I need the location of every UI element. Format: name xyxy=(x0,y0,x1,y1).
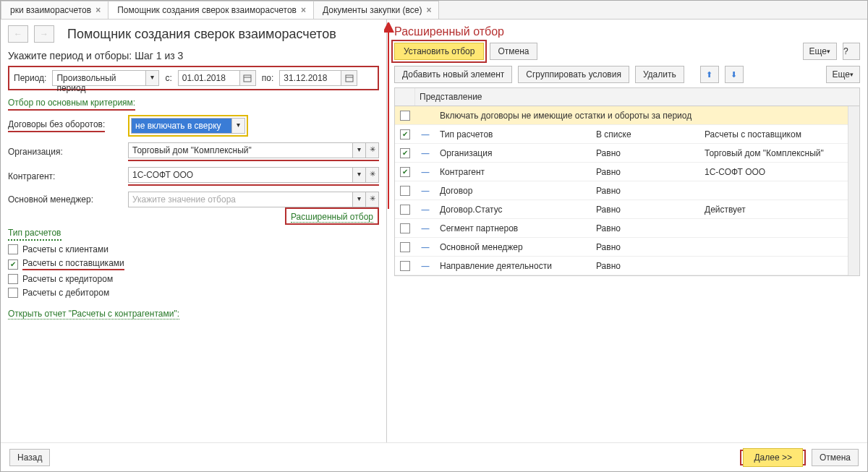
type-clients-row[interactable]: Расчеты с клиентами xyxy=(8,244,379,254)
chevron-down-icon[interactable]: ▾ xyxy=(353,167,366,183)
filter-item-icon xyxy=(422,205,430,215)
checkbox[interactable] xyxy=(400,167,410,177)
cancel-button[interactable]: Отмена xyxy=(812,449,859,466)
filter-cond: Равно xyxy=(592,182,700,199)
calendar-icon[interactable] xyxy=(341,70,357,86)
add-element-button[interactable]: Добавить новый элемент xyxy=(394,66,512,83)
type-creditor-row[interactable]: Расчеты с кредитором xyxy=(8,274,379,284)
open-icon[interactable]: ✳ xyxy=(366,192,379,207)
counterparty-row: Контрагент: 1С-СОФТ ООО ▾ ✳ xyxy=(8,167,379,186)
nav-forward-button[interactable]: → xyxy=(34,25,54,43)
organization-row: Организация: Торговый дом "Комплексный" … xyxy=(8,142,379,161)
filter-row[interactable]: Контрагент Равно 1С-СОФТ ООО xyxy=(395,163,848,181)
filter-cond: В списке xyxy=(592,126,700,143)
checkbox[interactable] xyxy=(8,259,18,270)
checkbox[interactable] xyxy=(400,186,410,196)
period-type-input[interactable]: Произвольный период xyxy=(52,70,146,86)
filter-row[interactable]: Основной менеджер Равно xyxy=(395,238,848,257)
filter-row[interactable]: Договор.Статус Равно Действует xyxy=(395,200,848,219)
help-button[interactable]: ? xyxy=(843,43,860,60)
calendar-icon[interactable] xyxy=(240,70,256,86)
grid-header-cell[interactable]: Представление xyxy=(415,88,859,106)
more-button[interactable]: Еще ▾ xyxy=(803,43,837,60)
checkbox[interactable] xyxy=(400,261,410,271)
contracts-no-turnover-row: Договоры без оборотов: не включать в све… xyxy=(8,115,379,137)
checkbox[interactable] xyxy=(400,223,410,233)
open-icon[interactable]: ✳ xyxy=(366,142,379,158)
date-to-input[interactable]: 31.12.2018 xyxy=(279,70,341,86)
period-type-select[interactable]: Произвольный период ▾ xyxy=(52,70,159,86)
period-label: Период: xyxy=(12,73,48,83)
tab-reconciliations[interactable]: рки взаиморасчетов × xyxy=(1,1,109,19)
grid-row-text: Включать договоры не имеющие остатки и о… xyxy=(435,107,848,124)
contracts-no-turnover-select[interactable]: не включать в сверку xyxy=(131,118,232,134)
open-report-link[interactable]: Открыть отчет "Расчеты с контрагентами": xyxy=(8,309,179,319)
svg-rect-0 xyxy=(244,75,251,82)
filter-row[interactable]: Направление деятельности Равно xyxy=(395,257,848,275)
page-title: Помощник создания сверок взаиморасчетов xyxy=(67,27,336,42)
cancel-filter-button[interactable]: Отмена xyxy=(490,43,537,60)
close-icon[interactable]: × xyxy=(95,5,101,15)
chevron-down-icon[interactable]: ▾ xyxy=(232,118,245,134)
counterparty-input[interactable]: 1С-СОФТ ООО xyxy=(128,167,353,183)
filter-val: 1С-СОФТ ООО xyxy=(700,163,848,181)
back-button[interactable]: Назад xyxy=(9,449,50,466)
filter-row[interactable]: Тип расчетов В списке Расчеты с поставщи… xyxy=(395,125,848,144)
date-from-input[interactable]: 01.01.2018 xyxy=(178,70,240,86)
checkbox[interactable] xyxy=(400,242,410,252)
checkbox[interactable] xyxy=(400,129,410,140)
chevron-down-icon[interactable]: ▾ xyxy=(353,192,366,207)
filter-item-icon xyxy=(422,148,430,158)
next-button[interactable]: Далее >> xyxy=(743,448,803,467)
advanced-filter-title: Расширенный отбор xyxy=(394,25,860,38)
chevron-down-icon: ▾ xyxy=(827,48,830,55)
filter-val xyxy=(700,244,848,251)
filter-row[interactable]: Организация Равно Торговый дом "Комплекс… xyxy=(395,144,848,163)
date-to-wrap[interactable]: 31.12.2018 xyxy=(279,70,357,86)
manager-input[interactable]: Укажите значение отбора xyxy=(128,192,353,207)
organization-input[interactable]: Торговый дом "Комплексный" xyxy=(128,142,353,158)
manager-row: Основной менеджер: Укажите значение отбо… xyxy=(8,192,379,207)
move-up-button[interactable] xyxy=(700,66,719,83)
date-from-wrap[interactable]: 01.01.2018 xyxy=(178,70,256,86)
filter-row[interactable]: Сегмент партнеров Равно xyxy=(395,219,848,238)
grid-header-row[interactable]: Включать договоры не имеющие остатки и о… xyxy=(395,106,848,125)
filter-cond: Равно xyxy=(592,201,700,218)
filter-val: Торговый дом "Комплексный" xyxy=(700,145,848,162)
tab-assistant[interactable]: Помощник создания сверок взаиморасчетов … xyxy=(108,1,314,19)
type-debtor-row[interactable]: Расчеты с дебитором xyxy=(8,288,379,298)
checkbox[interactable] xyxy=(400,111,410,121)
apply-filter-button[interactable]: Установить отбор xyxy=(394,43,484,60)
checkbox[interactable] xyxy=(400,148,410,158)
chevron-down-icon[interactable]: ▾ xyxy=(146,70,159,86)
checkbox[interactable] xyxy=(8,288,18,298)
criteria-header: Отбор по основным критериям: xyxy=(8,98,379,111)
filter-row[interactable]: Договор Равно xyxy=(395,181,848,200)
filter-val: Действует xyxy=(700,201,848,218)
close-icon[interactable]: × xyxy=(426,5,431,15)
delete-button[interactable]: Удалить xyxy=(635,66,684,83)
tabs-bar: рки взаиморасчетов × Помощник создания с… xyxy=(1,1,867,20)
filter-val xyxy=(700,225,848,232)
counterparty-label: Контрагент: xyxy=(8,171,124,181)
close-icon[interactable]: × xyxy=(301,5,306,15)
more-button[interactable]: Еще ▾ xyxy=(826,66,860,83)
advanced-filter-link[interactable]: Расширенный отбор xyxy=(291,212,373,223)
chevron-down-icon[interactable]: ▾ xyxy=(353,142,366,158)
group-conditions-button[interactable]: Сгруппировать условия xyxy=(518,66,629,83)
checkbox[interactable] xyxy=(8,274,18,284)
type-label: Расчеты с поставщиками xyxy=(22,258,124,270)
tab-purchases[interactable]: Документы закупки (все) × xyxy=(313,1,439,19)
checkbox[interactable] xyxy=(400,205,410,215)
nav-back-button[interactable]: ← xyxy=(8,25,28,43)
checkbox[interactable] xyxy=(8,244,18,254)
organization-label: Организация: xyxy=(8,147,124,157)
filter-item-icon xyxy=(422,261,430,271)
filter-item-icon xyxy=(422,167,430,177)
move-down-button[interactable] xyxy=(725,66,744,83)
type-suppliers-row[interactable]: Расчеты с поставщиками xyxy=(8,258,379,270)
wizard-bottom-bar: Назад Далее >> Отмена xyxy=(1,442,867,471)
scrollbar[interactable] xyxy=(848,106,859,275)
open-icon[interactable]: ✳ xyxy=(366,167,379,183)
filter-cond: Равно xyxy=(592,239,700,256)
